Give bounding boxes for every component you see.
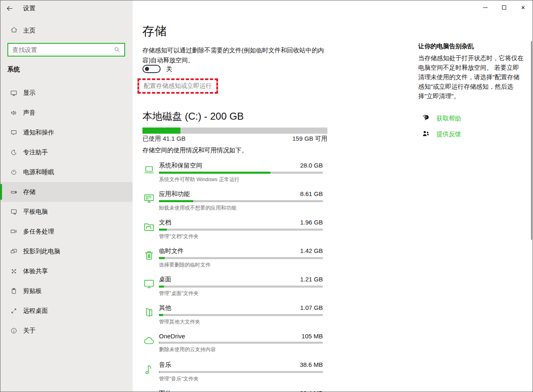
desktop-icon <box>143 278 155 292</box>
category-content: 其他1.07 GB管理其他大文件夹 <box>159 302 323 326</box>
sidebar-item-label: 远程桌面 <box>23 307 48 315</box>
search-icon[interactable] <box>114 46 121 53</box>
back-button[interactable] <box>0 1 19 15</box>
category-size: 1.21 GB <box>300 276 323 283</box>
music-icon <box>143 363 155 377</box>
settings-sidebar: 设置 主页 系统 显示声音通知和操作专注助手电源和睡眠存储平板电脑多任务处理投影… <box>0 0 133 392</box>
category-description: 删除未使用的云支持内容 <box>159 346 323 353</box>
onedrive-icon <box>143 335 155 349</box>
sidebar-item[interactable]: 电源和睡眠 <box>0 162 133 182</box>
focus-assist-icon <box>10 149 23 156</box>
category-usage-bar <box>159 172 323 174</box>
storage-category-row[interactable]: 文档1.96 GB管理"文档"文件夹 <box>142 216 323 245</box>
category-label: 文档 <box>159 219 171 227</box>
sidebar-item[interactable]: 通知和操作 <box>0 123 133 142</box>
get-help-link[interactable]: ?获取帮助 <box>422 113 461 124</box>
disk-labels: 已使用 41.1 GB 159 GB 可用 <box>142 135 327 143</box>
sidebar-item-label: 显示 <box>23 89 36 97</box>
sidebar-item[interactable]: 远程桌面 <box>0 301 133 321</box>
category-label: 临时文件 <box>159 247 184 255</box>
category-content: 音乐38.6 MB管理"音乐"文件夹 <box>159 359 323 383</box>
sidebar-item[interactable]: 显示 <box>0 83 133 103</box>
sidebar-item[interactable]: 存储 <box>0 182 133 202</box>
category-description: 卸载未使用或不想要的应用和功能 <box>159 205 323 212</box>
storage-category-row[interactable]: 音乐38.6 MB管理"音乐"文件夹 <box>142 359 323 387</box>
storage-sense-toggle[interactable]: 关 <box>142 65 172 73</box>
category-size: 28.0 GB <box>300 162 323 170</box>
titlebar-left: 设置 <box>0 0 133 17</box>
search-box <box>7 43 125 57</box>
storage-category-row[interactable]: 图片23.4 MB <box>142 387 323 392</box>
sidebar-item-label: 通知和操作 <box>23 129 54 137</box>
search-input[interactable] <box>8 46 114 53</box>
category-label: 图片 <box>159 390 171 392</box>
sidebar-item-label: 声音 <box>23 109 36 117</box>
category-label: 其他 <box>159 304 171 312</box>
minimize-button[interactable] <box>476 0 495 14</box>
category-label: OneDrive <box>159 333 185 340</box>
storage-category-row[interactable]: 其他1.07 GB管理其他大文件夹 <box>142 302 323 330</box>
shared-experiences-icon <box>10 268 23 275</box>
sidebar-item-home[interactable]: 主页 <box>0 21 133 40</box>
category-description: 管理"桌面"文件夹 <box>159 290 323 297</box>
maximize-button[interactable] <box>495 0 514 14</box>
storage-category-row[interactable]: 应用和功能8.61 GB卸载未使用或不想要的应用和功能 <box>142 188 323 216</box>
storage-category-row[interactable]: 系统和保留空间28.0 GB系统文件可帮助 Windows 正常运行 <box>142 159 323 188</box>
category-usage-bar <box>159 371 323 373</box>
category-size: 38.6 MB <box>300 361 323 369</box>
temp-files-icon <box>143 249 155 263</box>
help-links: ?获取帮助提供反馈 <box>422 113 461 145</box>
category-size: 23.4 MB <box>300 390 323 392</box>
disk-usage-bar <box>142 128 327 134</box>
category-usage-bar <box>159 200 323 202</box>
category-size: 105 MB <box>301 333 323 340</box>
vertical-scrollbar-thumb[interactable] <box>531 41 532 240</box>
storage-sense-description: 存储感知可以通过删除不需要的文件(例如临时文件和回收站中的内容)自动释放空间。 <box>142 45 329 65</box>
sidebar-item[interactable]: 声音 <box>0 103 133 123</box>
category-description: 选择要删除的临时文件 <box>159 262 323 269</box>
storage-category-row[interactable]: 桌面1.21 GB管理"桌面"文件夹 <box>142 273 323 302</box>
disk-bar-fill <box>142 128 180 134</box>
configure-storage-sense-link[interactable]: 配置存储感知或立即运行 <box>144 82 212 89</box>
category-content: 临时文件1.42 GB选择要删除的临时文件 <box>159 245 323 269</box>
sidebar-section-title: 系统 <box>7 66 20 73</box>
home-icon <box>10 26 18 35</box>
category-usage-bar <box>159 257 323 259</box>
maximize-icon <box>502 5 506 9</box>
feedback-link[interactable]: 提供反馈 <box>422 129 461 139</box>
apps-icon <box>143 192 155 206</box>
about-icon <box>10 327 23 334</box>
sidebar-item-label: 投影到此电脑 <box>23 248 60 255</box>
category-label: 系统和保留空间 <box>159 162 202 170</box>
category-label: 桌面 <box>159 276 171 283</box>
sidebar-item-label: 剪贴板 <box>23 287 42 295</box>
sidebar-nav-list: 显示声音通知和操作专注助手电源和睡眠存储平板电脑多任务处理投影到此电脑体验共享剪… <box>0 83 133 340</box>
storage-category-row[interactable]: 临时文件1.42 GB选择要删除的临时文件 <box>142 245 323 273</box>
sidebar-item[interactable]: 剪贴板 <box>0 281 133 301</box>
multitasking-icon <box>10 228 23 235</box>
category-label: 应用和功能 <box>159 190 190 198</box>
sidebar-item-label: 存储 <box>23 188 36 196</box>
sidebar-item[interactable]: 关于 <box>0 321 133 340</box>
remote-desktop-icon <box>10 307 23 314</box>
display-icon <box>10 90 23 97</box>
sidebar-item[interactable]: 投影到此电脑 <box>0 241 133 261</box>
sidebar-item[interactable]: 体验共享 <box>0 261 133 281</box>
sidebar-item[interactable]: 平板电脑 <box>0 202 133 222</box>
storage-category-row[interactable]: OneDrive105 MB删除未使用的云支持内容 <box>142 330 323 359</box>
category-usage-bar <box>159 229 323 231</box>
disk-used-label: 已使用 41.1 GB <box>142 135 185 143</box>
sidebar-item[interactable]: 专注助手 <box>0 142 133 162</box>
tip-title: 让你的电脑告别杂乱 <box>418 43 474 50</box>
link-label: 提供反馈 <box>436 130 461 138</box>
close-button[interactable]: ✕ <box>514 0 533 14</box>
documents-icon <box>143 221 155 235</box>
category-content: OneDrive105 MB删除未使用的云支持内容 <box>159 330 323 353</box>
tip-body: 当存储感知处于打开状态时，它将仅在电脑空间不足时释放空间。 若要立即清理未使用的… <box>418 53 524 101</box>
category-usage-bar <box>159 342 323 344</box>
toggle-off-icon <box>142 65 161 73</box>
notifications-icon <box>10 129 23 136</box>
other-icon <box>143 306 155 320</box>
tablet-icon <box>10 208 23 215</box>
sidebar-item[interactable]: 多任务处理 <box>0 222 133 241</box>
